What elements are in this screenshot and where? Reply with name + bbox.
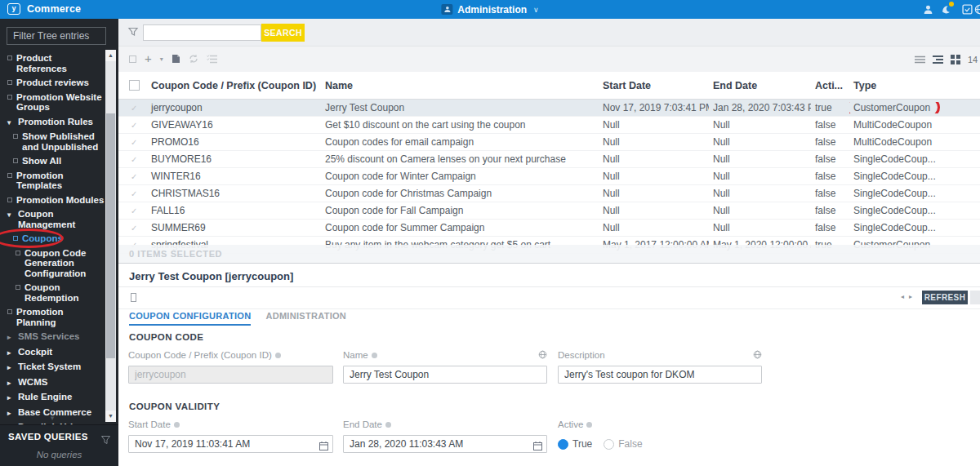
name-input[interactable] bbox=[343, 366, 547, 384]
filter-funnel-icon[interactable] bbox=[101, 433, 110, 447]
globe-icon[interactable] bbox=[974, 4, 980, 16]
sidebar-item-promotion-templates[interactable]: Promotion Templates bbox=[0, 171, 105, 191]
administration-icon bbox=[441, 4, 452, 15]
sidebar-item-product-reviews[interactable]: Product reviews bbox=[0, 78, 105, 88]
advanced-search-icon[interactable] bbox=[127, 26, 139, 41]
start-date-input[interactable] bbox=[128, 435, 333, 453]
column-header-end-date[interactable]: End Date bbox=[709, 80, 811, 91]
user-icon[interactable] bbox=[923, 4, 934, 16]
tasks-icon[interactable] bbox=[962, 4, 973, 16]
select-all-checkbox[interactable] bbox=[129, 80, 140, 91]
table-row[interactable]: ✓ SUMMER69 Coupon code for Summer Campai… bbox=[118, 220, 980, 237]
end-date-input[interactable] bbox=[343, 435, 547, 453]
tree-filter-input[interactable] bbox=[7, 27, 106, 45]
table-row[interactable]: ✓ CHRISTMAS16 Coupon code for Christmas … bbox=[118, 185, 980, 202]
table-row[interactable]: ✓ PROMO16 Coupon codes for email campaig… bbox=[118, 134, 980, 151]
row-check-icon[interactable]: ✓ bbox=[129, 138, 147, 147]
sidebar-item-promotion-planning[interactable]: Promotion Planning bbox=[0, 307, 105, 327]
sidebar-item-coupon-management[interactable]: ▾Coupon Management bbox=[0, 209, 105, 229]
table-row[interactable]: ✓ WINTER16 Coupon code for Winter Campai… bbox=[118, 168, 980, 185]
import-icon[interactable] bbox=[172, 52, 180, 67]
delete-icon[interactable] bbox=[129, 55, 136, 63]
caret-right-icon: ▸ bbox=[7, 378, 14, 388]
notifications-icon[interactable] bbox=[941, 4, 952, 16]
detail-tabs: COUPON CONFIGURATION ADMINISTRATION bbox=[129, 311, 346, 326]
sync-icon[interactable] bbox=[189, 52, 198, 67]
scroll-up-icon[interactable]: ▲ bbox=[105, 50, 116, 61]
tree-view-icon[interactable] bbox=[933, 55, 943, 64]
caret-right-icon: ▸ bbox=[7, 393, 14, 403]
row-check-icon[interactable]: ✓ bbox=[129, 121, 147, 130]
prev-next-icons[interactable]: ◂▸ bbox=[901, 293, 917, 300]
sidebar-item-coupons[interactable]: Coupons bbox=[0, 233, 105, 244]
sidebar-item-product-references[interactable]: Product References bbox=[0, 53, 105, 73]
description-input[interactable] bbox=[558, 366, 762, 384]
radio-true[interactable]: True bbox=[558, 438, 592, 450]
column-header-code[interactable]: Coupon Code / Prefix (Coupon ID) bbox=[147, 80, 321, 91]
caret-right-icon: ▸ bbox=[7, 362, 14, 373]
scrollbar-thumb[interactable] bbox=[106, 113, 115, 358]
sidebar-item-cockpit[interactable]: ▸Cockpit bbox=[0, 347, 105, 358]
sidebar-item-promotion-website-groups[interactable]: Promotion Website Groups bbox=[0, 92, 105, 113]
tab-coupon-configuration[interactable]: COUPON CONFIGURATION bbox=[129, 311, 251, 326]
saved-queries-title: SAVED QUERIES bbox=[8, 432, 88, 442]
pin-icon[interactable] bbox=[131, 293, 136, 302]
scroll-down-icon[interactable]: ▼ bbox=[105, 411, 116, 422]
sidebar-item-coupon-code-generation-configuration[interactable]: Coupon Code Generation Configuration bbox=[0, 248, 105, 279]
sidebar-item-coupon-redemption[interactable]: Coupon Redemption bbox=[0, 282, 105, 303]
localize-globe-icon[interactable] bbox=[538, 348, 547, 362]
info-icon bbox=[372, 353, 377, 358]
localize-globe-icon[interactable] bbox=[753, 348, 762, 362]
column-header-name[interactable]: Name bbox=[321, 80, 599, 91]
tree-more-icon[interactable]: ▾ bbox=[0, 414, 105, 422]
grid-view-icon[interactable] bbox=[951, 55, 960, 64]
row-check-icon[interactable]: ✓ bbox=[129, 224, 147, 233]
add-icon[interactable]: + bbox=[145, 51, 152, 65]
table-row[interactable]: ✓ jerrycoupon Jerry Test Coupon Nov 17, … bbox=[118, 100, 980, 117]
radio-selected-icon bbox=[558, 439, 568, 450]
row-check-icon[interactable]: ✓ bbox=[129, 206, 147, 215]
node-icon bbox=[16, 251, 20, 255]
node-icon bbox=[7, 197, 12, 202]
row-check-icon[interactable]: ✓ bbox=[129, 155, 147, 164]
coupon-list: ✓ jerrycoupon Jerry Test Coupon Nov 17, … bbox=[118, 100, 980, 263]
sidebar-item-promotion-modules[interactable]: Promotion Modules bbox=[0, 195, 105, 206]
sidebar-item-rule-engine[interactable]: ▸Rule Engine bbox=[0, 392, 105, 403]
coupon-code-input bbox=[128, 366, 333, 384]
radio-false[interactable]: False bbox=[604, 438, 642, 450]
save-button-partial[interactable] bbox=[970, 291, 980, 304]
node-icon bbox=[7, 95, 12, 100]
search-button[interactable]: SEARCH bbox=[261, 24, 305, 42]
calendar-icon[interactable] bbox=[319, 439, 328, 454]
perspective-menu[interactable]: Administration ∨ bbox=[441, 0, 538, 19]
info-icon bbox=[586, 422, 592, 428]
bulk-edit-icon[interactable] bbox=[207, 52, 217, 67]
sidebar-item-show-all[interactable]: Show All bbox=[0, 156, 105, 166]
column-header-start-date[interactable]: Start Date bbox=[599, 80, 709, 91]
tab-administration[interactable]: ADMINISTRATION bbox=[265, 311, 346, 326]
info-icon bbox=[174, 422, 180, 428]
calendar-icon[interactable] bbox=[533, 439, 542, 454]
row-check-icon[interactable]: ✓ bbox=[129, 172, 147, 181]
sidebar-item-promotion-rules[interactable]: ▾Promotion Rules bbox=[0, 117, 105, 128]
list-view-icon[interactable] bbox=[915, 52, 925, 67]
sidebar-item-wcms[interactable]: ▸WCMS bbox=[0, 377, 105, 388]
brand-title: Commerce bbox=[27, 3, 81, 15]
table-row[interactable]: ✓ FALL16 Coupon code for Fall Campaign N… bbox=[118, 202, 980, 220]
add-caret-icon[interactable]: ▾ bbox=[160, 55, 163, 63]
sidebar-item-sms-services[interactable]: ▸SMS Services bbox=[0, 331, 105, 343]
refresh-button[interactable]: REFRESH bbox=[922, 291, 968, 304]
column-header-type[interactable]: Type bbox=[849, 80, 980, 91]
sidebar-scrollbar[interactable]: ▲ ▼ bbox=[105, 50, 116, 422]
sidebar-item-show-published-and-unpublished[interactable]: Show Published and Unpublished bbox=[0, 131, 105, 152]
sidebar-item-ticket-system[interactable]: ▸Ticket System bbox=[0, 362, 105, 373]
table-row[interactable]: ✓ GIVEAWAY16 Get $10 discount on the car… bbox=[118, 117, 980, 134]
search-input[interactable] bbox=[143, 24, 261, 41]
row-check-icon[interactable]: ✓ bbox=[129, 189, 147, 198]
column-header-active[interactable]: Acti... bbox=[811, 80, 849, 91]
table-row[interactable]: ✓ BUYMORE16 25% discount on Camera lense… bbox=[118, 151, 980, 168]
hybris-logo-icon: y bbox=[7, 3, 20, 15]
row-check-icon[interactable]: ✓ bbox=[129, 104, 147, 113]
node-icon bbox=[13, 236, 18, 241]
navigation-sidebar: Product References Product reviews Promo… bbox=[0, 19, 118, 466]
